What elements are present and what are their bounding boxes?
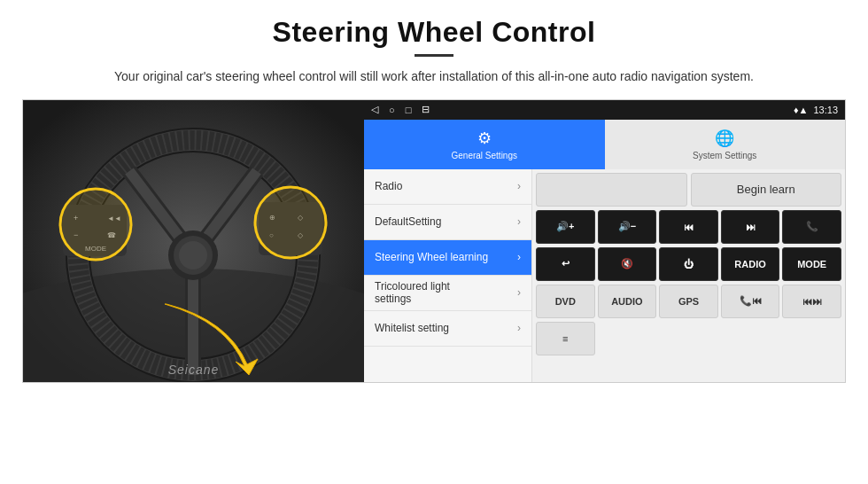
vol-down-btn[interactable]: 🔊−	[598, 210, 657, 244]
hamburger-icon: ≡	[562, 333, 568, 344]
menu-panel: Radio › DefaultSetting › Steering Wheel …	[364, 169, 532, 383]
mute-btn[interactable]: 🔇	[598, 247, 657, 281]
screenshot-icon: ⊟	[422, 104, 430, 115]
watermark: Seicane	[168, 363, 220, 377]
mode-btn[interactable]: MODE	[782, 247, 841, 281]
vol-down-icon: 🔊−	[618, 221, 636, 232]
gps-btn[interactable]: GPS	[659, 285, 718, 318]
next-icon: ⏭	[746, 222, 756, 232]
menu-steering-label: Steering Wheel learning	[375, 251, 488, 263]
mute-icon: 🔇	[621, 258, 633, 269]
steering-wheel-image: + ◄◄ − ☎ MODE ⊕ ◇ ○ ◇	[23, 100, 364, 383]
menu-default-label: DefaultSetting	[375, 215, 441, 228]
recents-icon: □	[406, 105, 412, 115]
menu-item-steering-wheel[interactable]: Steering Wheel learning ›	[364, 240, 531, 276]
return-icon: ↩	[562, 258, 570, 269]
page-title: Steering Wheel Control	[273, 16, 596, 49]
phone-prev-icon: 📞⏮	[740, 295, 762, 307]
chevron-icon: ›	[517, 286, 521, 299]
radio-btn[interactable]: RADIO	[721, 247, 780, 281]
btn-row-3: DVD AUDIO GPS 📞⏮ ⏮⏭	[536, 285, 841, 318]
btn-row-2: ↩ 🔇 ⏻ RADIO MODE	[536, 247, 841, 281]
chevron-icon: ›	[517, 180, 521, 192]
menu-icon-btn[interactable]: ≡	[536, 322, 595, 355]
return-btn[interactable]: ↩	[536, 247, 595, 281]
menu-whitelist-label: Whitelist setting	[375, 322, 449, 334]
chevron-icon: ›	[517, 215, 521, 228]
btn-row-1: 🔊+ 🔊− ⏮ ⏭ 📞	[536, 210, 841, 244]
begin-learn-button[interactable]: Begin learn	[691, 173, 842, 207]
globe-icon: 🌐	[715, 129, 734, 148]
home-icon: ○	[389, 105, 395, 115]
signal-icon: ♦▲	[794, 105, 809, 115]
tab-system-settings[interactable]: 🌐 System Settings	[605, 120, 846, 169]
prev-next-btn[interactable]: ⏮⏭	[782, 285, 841, 318]
menu-item-whitelist[interactable]: Whitelist setting ›	[364, 311, 531, 347]
gear-icon: ⚙	[477, 129, 492, 148]
vol-up-btn[interactable]: 🔊+	[536, 210, 595, 244]
svg-point-25	[60, 189, 131, 260]
prev-icon: ⏮	[684, 222, 694, 232]
menu-tricoloured-text: Tricoloured light settings	[375, 280, 517, 306]
chevron-icon: ›	[517, 251, 521, 263]
menu-item-default-setting[interactable]: DefaultSetting ›	[364, 205, 531, 240]
tab-bar: ⚙ General Settings 🌐 System Settings	[364, 120, 845, 169]
radio-label: RADIO	[734, 259, 765, 269]
gps-label: GPS	[678, 296, 699, 307]
controls-row-top: Begin learn	[536, 173, 841, 207]
svg-point-26	[255, 187, 326, 258]
menu-tricoloured-line1: Tricoloured light	[375, 280, 517, 293]
power-icon: ⏻	[684, 259, 694, 269]
back-icon: ◁	[371, 104, 378, 115]
audio-label: AUDIO	[611, 296, 642, 307]
phone-icon: 📞	[806, 221, 818, 232]
time-display: 13:13	[813, 105, 838, 115]
page-container: Steering Wheel Control Your original car…	[0, 0, 868, 484]
menu-item-radio[interactable]: Radio ›	[364, 169, 531, 205]
menu-item-tricoloured[interactable]: Tricoloured light settings ›	[364, 276, 531, 311]
empty-input-box	[536, 173, 687, 207]
vol-up-icon: 🔊+	[556, 221, 574, 232]
audio-btn[interactable]: AUDIO	[598, 285, 657, 318]
main-content: Radio › DefaultSetting › Steering Wheel …	[364, 169, 845, 383]
mode-label: MODE	[797, 259, 826, 269]
status-bar-right: ♦▲ 13:13	[794, 105, 838, 115]
tab-system-label: System Settings	[693, 151, 756, 160]
chevron-icon: ›	[517, 322, 521, 334]
steering-wheel-panel: + ◄◄ − ☎ MODE ⊕ ◇ ○ ◇	[23, 100, 364, 383]
phone-prev-btn[interactable]: 📞⏮	[721, 285, 780, 318]
phone-btn[interactable]: 📞	[782, 210, 841, 244]
menu-tricoloured-line2: settings	[375, 293, 517, 305]
prev-next-icon: ⏮⏭	[802, 296, 822, 307]
btn-row-4: ≡	[536, 322, 841, 355]
steering-wheel-svg: + ◄◄ − ☎ MODE ⊕ ◇ ○ ◇	[23, 100, 364, 383]
tab-general-settings[interactable]: ⚙ General Settings	[364, 120, 605, 169]
prev-track-btn[interactable]: ⏮	[659, 210, 718, 244]
menu-radio-label: Radio	[375, 180, 402, 192]
tab-general-label: General Settings	[452, 151, 518, 160]
status-bar: ◁ ○ □ ⊟ ♦▲ 13:13	[364, 100, 845, 120]
dvd-label: DVD	[555, 296, 576, 307]
dvd-btn[interactable]: DVD	[536, 285, 595, 318]
controls-panel: Begin learn 🔊+ 🔊− ⏮	[532, 169, 845, 383]
next-track-btn[interactable]: ⏭	[721, 210, 780, 244]
status-bar-nav: ◁ ○ □ ⊟	[371, 104, 430, 115]
page-subtitle: Your original car's steering wheel contr…	[114, 67, 754, 87]
svg-point-13	[179, 241, 207, 269]
title-divider	[415, 54, 453, 57]
screenshot-container: + ◄◄ − ☎ MODE ⊕ ◇ ○ ◇	[22, 99, 846, 383]
android-ui-panel: ◁ ○ □ ⊟ ♦▲ 13:13 ⚙ General Settings 🌐	[364, 100, 845, 383]
power-btn[interactable]: ⏻	[659, 247, 718, 281]
